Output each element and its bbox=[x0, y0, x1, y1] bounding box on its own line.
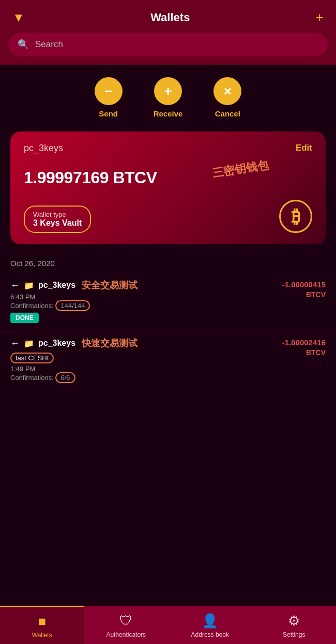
nav-item-settings[interactable]: ⚙ Settings bbox=[252, 606, 337, 644]
tx-wallet-icon: 📁 bbox=[24, 339, 34, 348]
tx-top: ← 📁 pc_3keys 安全交易测试 6:43 PM Confirmation… bbox=[10, 279, 326, 323]
nav-item-wallets[interactable]: ■ Wallets bbox=[0, 606, 84, 644]
tx-top: ← 📁 pc_3keys 快速交易测试 fast CESHI 1:49 PM C… bbox=[10, 337, 326, 382]
search-input-wrap: 🔍 bbox=[8, 33, 328, 56]
filter-icon[interactable]: ▼ bbox=[12, 10, 25, 25]
settings-icon: ⚙ bbox=[288, 613, 300, 629]
nav-label-address-book: Address book bbox=[191, 631, 229, 638]
send-button[interactable]: − Send bbox=[95, 77, 123, 118]
wallet-type-value: 3 Keys Vault bbox=[33, 218, 82, 228]
bottom-nav: ■ Wallets 🛡 Authenticators 👤 Address boo… bbox=[0, 606, 336, 644]
nav-item-authenticators[interactable]: 🛡 Authenticators bbox=[84, 606, 169, 644]
search-input[interactable] bbox=[35, 39, 318, 50]
tx-name-row: ← 📁 pc_3keys 快速交易测试 bbox=[10, 337, 138, 349]
tx-conf-value: 144/144 bbox=[55, 300, 90, 311]
tx-left: ← 📁 pc_3keys 快速交易测试 fast CESHI 1:49 PM C… bbox=[10, 337, 138, 382]
tx-conf-value: 6/6 bbox=[55, 372, 75, 383]
tx-arrow: ← bbox=[10, 338, 20, 349]
tx-amount: -1.00000415 BTCV bbox=[282, 279, 326, 300]
tx-amount: -1.00002416 BTCV bbox=[282, 337, 326, 358]
tx-name: pc_3keys bbox=[38, 281, 75, 290]
cancel-icon: × bbox=[213, 77, 241, 105]
tx-name: pc_3keys bbox=[38, 339, 75, 348]
cancel-label: Cancel bbox=[215, 109, 240, 118]
receive-label: Receive bbox=[154, 109, 183, 118]
nav-label-authenticators: Authenticators bbox=[106, 631, 146, 638]
header: ▼ Wallets + bbox=[0, 0, 336, 33]
nav-label-wallets: Wallets bbox=[32, 632, 52, 639]
wallet-card-header: pc_3keys Edit bbox=[24, 143, 312, 154]
address-book-icon: 👤 bbox=[202, 613, 218, 629]
receive-icon: + bbox=[154, 77, 182, 105]
authenticators-icon: 🛡 bbox=[119, 613, 133, 629]
tx-name-annotation: 快速交易测试 bbox=[82, 337, 138, 349]
wallet-type-label: Wallet type bbox=[33, 211, 82, 218]
cancel-button[interactable]: × Cancel bbox=[213, 77, 241, 118]
wallet-edit-button[interactable]: Edit bbox=[296, 143, 312, 153]
wallet-name: pc_3keys bbox=[24, 143, 63, 154]
btc-icon: ₿ bbox=[279, 200, 312, 233]
send-icon: − bbox=[95, 77, 123, 105]
transaction-item[interactable]: ← 📁 pc_3keys 快速交易测试 fast CESHI 1:49 PM C… bbox=[0, 332, 336, 390]
nav-label-settings: Settings bbox=[283, 631, 305, 638]
wallet-balance: 1.99997169 BTCV bbox=[24, 168, 312, 187]
wallet-card: pc_3keys Edit 1.99997169 BTCV Wallet typ… bbox=[10, 131, 326, 244]
tx-time: 6:43 PM bbox=[10, 293, 138, 301]
tx-confirmations: Confirmations: 144/144 bbox=[10, 302, 138, 310]
action-row: − Send + Receive × Cancel bbox=[0, 65, 336, 126]
tx-wallet-icon: 📁 bbox=[24, 281, 34, 290]
tx-status-badge: DONE bbox=[10, 313, 39, 323]
tx-time: 1:49 PM bbox=[10, 365, 138, 373]
nav-item-address-book[interactable]: 👤 Address book bbox=[168, 606, 252, 644]
tx-left: ← 📁 pc_3keys 安全交易测试 6:43 PM Confirmation… bbox=[10, 279, 138, 323]
search-icon: 🔍 bbox=[18, 39, 29, 50]
tx-fast-row: fast CESHI bbox=[10, 352, 138, 363]
add-icon[interactable]: + bbox=[316, 9, 324, 25]
tx-name-annotation: 安全交易测试 bbox=[82, 279, 138, 291]
wallets-icon: ■ bbox=[38, 613, 46, 630]
page-title: Wallets bbox=[150, 11, 190, 24]
tx-confirmations: Confirmations: 6/6 bbox=[10, 374, 138, 382]
transaction-item[interactable]: ← 📁 pc_3keys 安全交易测试 6:43 PM Confirmation… bbox=[0, 274, 336, 332]
tx-name-row: ← 📁 pc_3keys 安全交易测试 bbox=[10, 279, 138, 291]
tx-arrow: ← bbox=[10, 280, 20, 291]
wallet-type-box: Wallet type 3 Keys Vault bbox=[24, 206, 91, 233]
search-bar: 🔍 bbox=[0, 33, 336, 65]
tx-fast-label: fast CESHI bbox=[10, 353, 54, 363]
receive-button[interactable]: + Receive bbox=[154, 77, 183, 118]
wallet-card-footer: Wallet type 3 Keys Vault ₿ bbox=[24, 200, 312, 233]
send-label: Send bbox=[99, 109, 118, 118]
date-header: Oct 26, 2020 bbox=[0, 255, 336, 274]
